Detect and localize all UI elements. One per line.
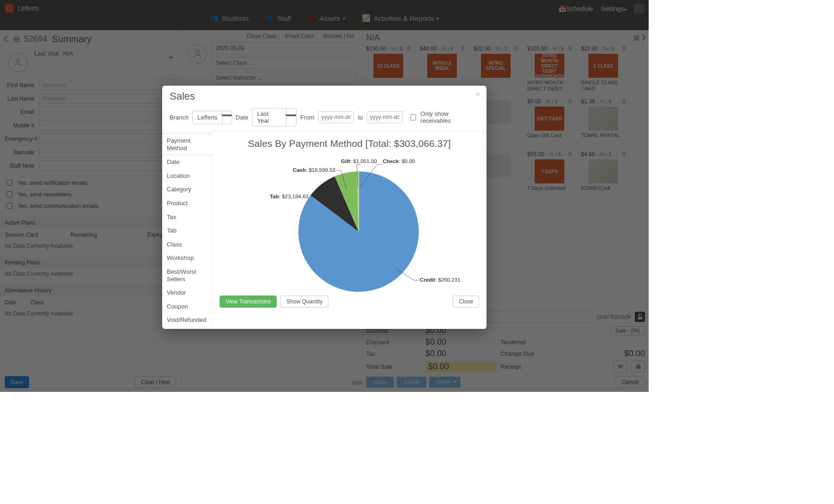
to-label: to xyxy=(358,114,363,121)
receivables-checkbox-input[interactable] xyxy=(410,114,416,120)
pie-chart: Tab: $23,184.63 Cash: $18,599.53 Gift: $… xyxy=(238,153,461,292)
date-range-dropdown[interactable]: Last Year xyxy=(252,108,297,126)
modal-tab-product[interactable]: Product xyxy=(162,196,212,210)
label-tab: Tab: $23,184.63 xyxy=(270,194,309,199)
modal-tab-location[interactable]: Location xyxy=(162,169,212,183)
modal-close-icon[interactable]: × xyxy=(476,90,480,99)
modal-close-button[interactable]: Close xyxy=(453,296,479,308)
label-cash: Cash: $18,599.53 xyxy=(293,167,335,173)
sales-modal: Sales × Branch Lefferts Date Last Year F… xyxy=(162,86,486,329)
modal-tab-vendor[interactable]: Vendor xyxy=(162,286,212,300)
date-label: Date xyxy=(236,114,248,121)
view-transactions-button[interactable]: View Transactions xyxy=(220,296,277,308)
date-range-value: Last Year xyxy=(253,108,286,126)
from-date-input[interactable] xyxy=(318,111,354,123)
chevron-down-icon xyxy=(222,111,232,124)
modal-tab-category[interactable]: Category xyxy=(162,183,212,196)
branch-dropdown[interactable]: Lefferts xyxy=(192,111,232,124)
label-check: Check: $0.00 xyxy=(383,158,415,164)
chart-pane: Sales By Payment Method [Total: $303,066… xyxy=(212,132,486,329)
modal-title: Sales xyxy=(170,90,479,102)
modal-tab-class[interactable]: Class xyxy=(162,238,212,252)
modal-tab-payment-method[interactable]: Payment Method xyxy=(162,133,212,155)
modal-tab-workshop[interactable]: Workshop xyxy=(162,251,212,265)
receivables-checkbox[interactable]: Only show receivables xyxy=(408,110,479,124)
show-quantity-button[interactable]: Show Quantity xyxy=(280,296,329,308)
pie-slice-check xyxy=(359,171,359,232)
modal-tab-date[interactable]: Date xyxy=(162,155,212,169)
chart-title: Sales By Payment Method [Total: $303,066… xyxy=(220,138,479,149)
receivables-label: Only show receivables xyxy=(420,110,479,124)
chevron-down-icon xyxy=(286,108,296,126)
label-credit: Credit: $260,231.21 xyxy=(420,277,461,283)
label-gift: Gift: $1,051.00 xyxy=(341,158,377,164)
branch-value: Lefferts xyxy=(193,111,222,124)
branch-label: Branch xyxy=(170,114,189,121)
modal-tab-tab[interactable]: Tab xyxy=(162,224,212,238)
modal-tab-void-refunded[interactable]: Void/Refunded xyxy=(162,313,212,327)
modal-filters: Branch Lefferts Date Last Year From to O… xyxy=(162,106,486,132)
modal-tab-coupon[interactable]: Coupon xyxy=(162,300,212,314)
modal-tab-best-worst-sellers[interactable]: Best/Worst Sellers xyxy=(162,265,212,286)
to-date-input[interactable] xyxy=(366,111,403,123)
modal-sidebar-tabs: Payment MethodDateLocationCategoryProduc… xyxy=(162,132,212,329)
modal-tab-tax[interactable]: Tax xyxy=(162,210,212,224)
from-label: From xyxy=(300,114,314,121)
